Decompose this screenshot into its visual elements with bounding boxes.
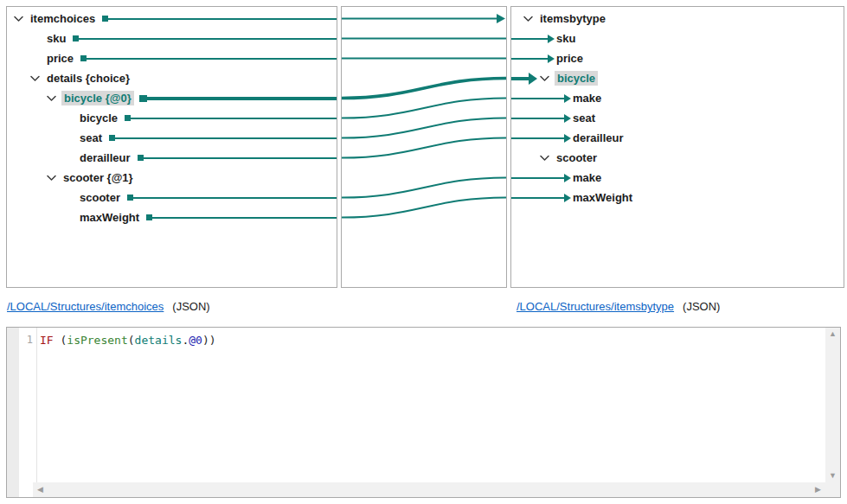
connector-line xyxy=(79,38,337,40)
tree-node-bicycle[interactable]: bicycle xyxy=(7,108,337,128)
chevron-down-icon[interactable] xyxy=(540,75,555,82)
connector-stub[interactable] xyxy=(73,35,79,41)
node-label: sku xyxy=(555,32,577,45)
node-label: bicycle xyxy=(555,71,598,86)
mapping-connection[interactable] xyxy=(342,99,506,118)
target-format-label: (JSON) xyxy=(683,300,720,313)
gutter-separator xyxy=(36,328,37,482)
tree-node-maxweight-child[interactable]: maxWeight xyxy=(511,188,844,207)
tree-node-scooter[interactable]: scooter xyxy=(7,188,337,207)
connector-line xyxy=(147,97,337,100)
scroll-down-icon[interactable]: ▼ xyxy=(829,472,837,480)
source-schema-panel: itemchoicesskupricedetails {choice}bicyc… xyxy=(6,6,337,288)
chevron-down-icon[interactable] xyxy=(540,155,555,162)
incoming-arrow xyxy=(511,177,564,179)
connector-line xyxy=(115,137,337,139)
incoming-arrow xyxy=(511,77,529,80)
tree-node-sku[interactable]: sku xyxy=(511,29,844,48)
node-label: itemsbytype xyxy=(538,12,607,25)
chevron-down-icon[interactable] xyxy=(30,75,45,82)
incoming-arrow xyxy=(511,197,564,199)
tree-node-details-choice[interactable]: details {choice} xyxy=(7,68,337,88)
code-token-function: isPresent xyxy=(67,334,127,347)
mapping-lines xyxy=(342,7,506,287)
node-label: itemchoices xyxy=(29,12,97,25)
connector-line xyxy=(152,217,337,219)
scroll-right-icon[interactable]: ▶ xyxy=(815,486,821,494)
tree-node-price[interactable]: price xyxy=(7,48,337,68)
connector-stub[interactable] xyxy=(109,135,115,141)
horizontal-scrollbar[interactable]: ◀ ▶ xyxy=(33,482,825,497)
connector-stub[interactable] xyxy=(138,155,144,161)
arrowhead-icon xyxy=(497,14,505,23)
tree-node-itemchoices[interactable]: itemchoices xyxy=(7,9,337,29)
tree-node-scooter-1[interactable]: scooter {@1} xyxy=(7,168,337,188)
connector-stub[interactable] xyxy=(102,16,108,22)
incoming-arrow xyxy=(511,137,564,139)
chevron-down-icon[interactable] xyxy=(47,175,61,182)
code-token-attr: @0 xyxy=(189,334,202,347)
node-label: make xyxy=(571,171,603,184)
connector-stub[interactable] xyxy=(80,55,87,61)
connector-line xyxy=(108,18,337,20)
tree-node-derailleur-child[interactable]: derailleur xyxy=(511,128,844,148)
tree-node-make-child[interactable]: make xyxy=(511,88,844,108)
node-label: seat xyxy=(571,112,597,124)
code-token-keyword: IF xyxy=(40,334,54,347)
node-label: seat xyxy=(78,131,104,144)
mapping-connection[interactable] xyxy=(342,138,506,158)
tree-node-seat[interactable]: seat xyxy=(7,128,337,148)
tree-node-derailleur[interactable]: derailleur xyxy=(7,148,337,168)
target-resource-row: /LOCAL/Structures/itemsbytype(JSON) xyxy=(517,300,720,313)
node-label: price xyxy=(555,52,585,65)
tree-node-make-child[interactable]: make xyxy=(511,168,844,188)
chevron-down-icon[interactable] xyxy=(523,16,538,22)
vertical-scrollbar[interactable]: ▲ ▼ xyxy=(825,328,840,482)
code-token-plain: ( xyxy=(54,334,67,347)
node-label: derailleur xyxy=(571,131,626,144)
mapping-connection[interactable] xyxy=(342,178,506,198)
mapping-connection[interactable] xyxy=(342,118,506,138)
incoming-arrow xyxy=(511,118,564,119)
tree-node-price[interactable]: price xyxy=(511,48,844,68)
source-tree: itemchoicesskupricedetails {choice}bicyc… xyxy=(7,7,337,287)
scroll-up-icon[interactable]: ▲ xyxy=(829,330,837,338)
code-line[interactable]: IF (isPresent(details.@0)) xyxy=(40,333,825,348)
connector-line xyxy=(144,157,337,159)
line-number: 1 xyxy=(19,334,33,346)
node-label: derailleur xyxy=(78,151,132,164)
target-schema-panel: itemsbytypeskupricebicyclemakeseatderail… xyxy=(510,6,844,288)
connector-stub[interactable] xyxy=(139,95,147,102)
tree-node-scooter[interactable]: scooter xyxy=(511,148,844,168)
expression-editor[interactable]: 1 IF (isPresent(details.@0)) ▲ ▼ ◀ ▶ xyxy=(6,327,841,498)
chevron-down-icon[interactable] xyxy=(14,16,29,22)
scroll-left-icon[interactable]: ◀ xyxy=(37,486,43,494)
connector-stub[interactable] xyxy=(146,214,152,220)
code-token-node: details xyxy=(135,334,183,347)
node-label: details {choice} xyxy=(45,72,132,85)
tree-node-itemsbytype[interactable]: itemsbytype xyxy=(511,9,844,29)
tree-node-maxweight[interactable]: maxWeight xyxy=(7,207,337,227)
source-format-label: (JSON) xyxy=(172,300,209,313)
tree-node-bicycle-0[interactable]: bicycle {@0} xyxy=(7,88,337,108)
mapping-connection[interactable] xyxy=(342,79,506,99)
chevron-down-icon[interactable] xyxy=(47,95,61,102)
tree-node-seat-child[interactable]: seat xyxy=(511,108,844,128)
tree-node-sku[interactable]: sku xyxy=(7,29,337,48)
connector-stub[interactable] xyxy=(125,115,131,121)
node-label: bicycle {@0} xyxy=(61,91,134,105)
incoming-arrow xyxy=(511,98,564,99)
source-structure-link[interactable]: /LOCAL/Structures/itemchoices xyxy=(7,300,164,313)
tree-node-bicycle[interactable]: bicycle xyxy=(511,68,844,88)
incoming-arrow xyxy=(511,58,548,60)
target-tree: itemsbytypeskupricebicyclemakeseatderail… xyxy=(511,7,844,287)
connector-line xyxy=(133,197,337,199)
scrollbar-corner xyxy=(825,482,840,497)
target-structure-link[interactable]: /LOCAL/Structures/itemsbytype xyxy=(517,300,674,313)
mapping-connection[interactable] xyxy=(342,198,506,218)
incoming-arrow xyxy=(511,38,548,40)
mapping-lines-panel xyxy=(341,6,507,288)
node-label: scooter xyxy=(78,191,122,204)
connector-stub[interactable] xyxy=(127,195,133,201)
code-token-plain: ( xyxy=(128,334,135,347)
